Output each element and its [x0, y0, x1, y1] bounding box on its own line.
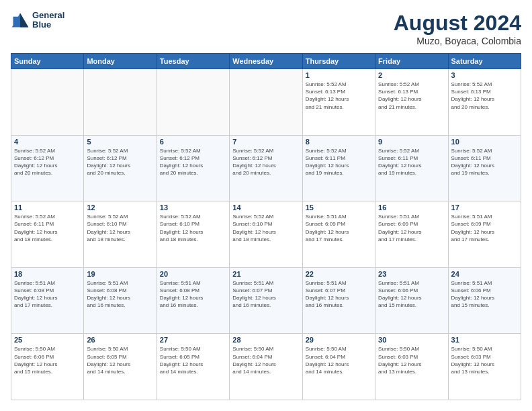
calendar-cell: 7Sunrise: 5:52 AMSunset: 6:12 PMDaylight… — [230, 135, 302, 201]
calendar-cell: 31Sunrise: 5:50 AMSunset: 6:03 PMDayligh… — [448, 334, 521, 400]
logo-line1: General — [32, 11, 64, 20]
calendar-header-thursday: Thursday — [302, 54, 375, 69]
calendar-cell: 13Sunrise: 5:52 AMSunset: 6:10 PMDayligh… — [157, 201, 229, 268]
page: General Blue August 2024 Muzo, Boyaca, C… — [0, 0, 532, 411]
day-info: Sunrise: 5:51 AMSunset: 6:09 PMDaylight:… — [378, 213, 445, 243]
day-number: 14 — [232, 203, 299, 212]
calendar-cell: 16Sunrise: 5:51 AMSunset: 6:09 PMDayligh… — [375, 201, 448, 268]
day-info: Sunrise: 5:50 AMSunset: 6:03 PMDaylight:… — [378, 345, 445, 375]
subtitle: Muzo, Boyaca, Colombia — [394, 36, 521, 46]
day-info: Sunrise: 5:50 AMSunset: 6:04 PMDaylight:… — [232, 345, 299, 375]
day-number: 15 — [306, 203, 372, 212]
calendar-cell — [230, 69, 302, 136]
header: General Blue August 2024 Muzo, Boyaca, C… — [11, 11, 521, 46]
day-number: 6 — [160, 138, 226, 146]
day-info: Sunrise: 5:52 AMSunset: 6:11 PMDaylight:… — [14, 213, 81, 243]
day-info: Sunrise: 5:51 AMSunset: 6:08 PMDaylight:… — [160, 279, 226, 310]
calendar-cell: 23Sunrise: 5:51 AMSunset: 6:06 PMDayligh… — [375, 267, 448, 334]
calendar-header-monday: Monday — [84, 54, 157, 69]
calendar-week-3: 11Sunrise: 5:52 AMSunset: 6:11 PMDayligh… — [11, 201, 521, 268]
day-number: 27 — [160, 336, 226, 344]
day-number: 11 — [14, 203, 81, 212]
logo: General Blue — [11, 11, 64, 30]
day-number: 2 — [378, 71, 445, 79]
day-info: Sunrise: 5:50 AMSunset: 6:05 PMDaylight:… — [87, 345, 153, 375]
day-info: Sunrise: 5:50 AMSunset: 6:04 PMDaylight:… — [306, 345, 372, 375]
calendar-week-1: 1Sunrise: 5:52 AMSunset: 6:13 PMDaylight… — [11, 69, 521, 136]
logo-text: General Blue — [32, 11, 64, 30]
calendar: SundayMondayTuesdayWednesdayThursdayFrid… — [11, 53, 521, 400]
day-info: Sunrise: 5:52 AMSunset: 6:10 PMDaylight:… — [87, 213, 153, 243]
calendar-cell: 24Sunrise: 5:51 AMSunset: 6:06 PMDayligh… — [448, 267, 521, 334]
day-info: Sunrise: 5:52 AMSunset: 6:12 PMDaylight:… — [160, 147, 226, 177]
logo-line2: Blue — [32, 20, 64, 30]
day-info: Sunrise: 5:52 AMSunset: 6:12 PMDaylight:… — [232, 147, 299, 177]
day-info: Sunrise: 5:52 AMSunset: 6:11 PMDaylight:… — [378, 147, 445, 177]
day-number: 30 — [378, 336, 445, 344]
calendar-cell: 1Sunrise: 5:52 AMSunset: 6:13 PMDaylight… — [302, 69, 375, 136]
day-number: 1 — [306, 71, 372, 79]
day-number: 17 — [451, 203, 518, 212]
calendar-header-tuesday: Tuesday — [157, 54, 229, 69]
calendar-cell: 11Sunrise: 5:52 AMSunset: 6:11 PMDayligh… — [11, 201, 84, 268]
calendar-cell: 21Sunrise: 5:51 AMSunset: 6:07 PMDayligh… — [230, 267, 302, 334]
calendar-cell: 6Sunrise: 5:52 AMSunset: 6:12 PMDaylight… — [157, 135, 229, 201]
calendar-week-5: 25Sunrise: 5:50 AMSunset: 6:06 PMDayligh… — [11, 334, 521, 400]
day-number: 23 — [378, 270, 445, 278]
calendar-cell — [11, 69, 84, 136]
day-info: Sunrise: 5:50 AMSunset: 6:05 PMDaylight:… — [160, 345, 226, 375]
calendar-cell: 18Sunrise: 5:51 AMSunset: 6:08 PMDayligh… — [11, 267, 84, 334]
day-number: 25 — [14, 336, 81, 344]
svg-rect-2 — [13, 17, 21, 25]
day-number: 10 — [451, 138, 518, 146]
calendar-cell: 26Sunrise: 5:50 AMSunset: 6:05 PMDayligh… — [84, 334, 157, 400]
day-info: Sunrise: 5:51 AMSunset: 6:06 PMDaylight:… — [451, 279, 518, 310]
calendar-header-sunday: Sunday — [11, 54, 84, 69]
day-number: 5 — [87, 138, 153, 146]
calendar-cell: 17Sunrise: 5:51 AMSunset: 6:09 PMDayligh… — [448, 201, 521, 268]
calendar-header-friday: Friday — [375, 54, 448, 69]
calendar-week-2: 4Sunrise: 5:52 AMSunset: 6:12 PMDaylight… — [11, 135, 521, 201]
day-info: Sunrise: 5:52 AMSunset: 6:12 PMDaylight:… — [14, 147, 81, 177]
day-number: 24 — [451, 270, 518, 278]
calendar-cell: 5Sunrise: 5:52 AMSunset: 6:12 PMDaylight… — [84, 135, 157, 201]
calendar-cell: 30Sunrise: 5:50 AMSunset: 6:03 PMDayligh… — [375, 334, 448, 400]
calendar-cell — [157, 69, 229, 136]
calendar-cell: 14Sunrise: 5:52 AMSunset: 6:10 PMDayligh… — [230, 201, 302, 268]
calendar-cell: 8Sunrise: 5:52 AMSunset: 6:11 PMDaylight… — [302, 135, 375, 201]
calendar-cell: 3Sunrise: 5:52 AMSunset: 6:13 PMDaylight… — [448, 69, 521, 136]
calendar-cell: 2Sunrise: 5:52 AMSunset: 6:13 PMDaylight… — [375, 69, 448, 136]
day-number: 12 — [87, 203, 153, 212]
day-number: 19 — [87, 270, 153, 278]
day-info: Sunrise: 5:52 AMSunset: 6:11 PMDaylight:… — [451, 147, 518, 177]
day-info: Sunrise: 5:52 AMSunset: 6:10 PMDaylight:… — [160, 213, 226, 243]
day-number: 3 — [451, 71, 518, 79]
svg-marker-1 — [20, 13, 28, 28]
calendar-cell: 20Sunrise: 5:51 AMSunset: 6:08 PMDayligh… — [157, 267, 229, 334]
day-number: 7 — [232, 138, 299, 146]
day-info: Sunrise: 5:51 AMSunset: 6:08 PMDaylight:… — [14, 279, 81, 310]
calendar-cell: 25Sunrise: 5:50 AMSunset: 6:06 PMDayligh… — [11, 334, 84, 400]
calendar-cell: 27Sunrise: 5:50 AMSunset: 6:05 PMDayligh… — [157, 334, 229, 400]
day-info: Sunrise: 5:51 AMSunset: 6:09 PMDaylight:… — [451, 213, 518, 243]
calendar-cell: 10Sunrise: 5:52 AMSunset: 6:11 PMDayligh… — [448, 135, 521, 201]
calendar-cell — [84, 69, 157, 136]
day-number: 31 — [451, 336, 518, 344]
calendar-cell: 19Sunrise: 5:51 AMSunset: 6:08 PMDayligh… — [84, 267, 157, 334]
day-info: Sunrise: 5:51 AMSunset: 6:09 PMDaylight:… — [306, 213, 372, 243]
day-number: 21 — [232, 270, 299, 278]
calendar-cell: 22Sunrise: 5:51 AMSunset: 6:07 PMDayligh… — [302, 267, 375, 334]
day-info: Sunrise: 5:52 AMSunset: 6:13 PMDaylight:… — [451, 81, 518, 111]
calendar-cell: 12Sunrise: 5:52 AMSunset: 6:10 PMDayligh… — [84, 201, 157, 268]
title-block: August 2024 Muzo, Boyaca, Colombia — [394, 11, 521, 46]
day-info: Sunrise: 5:52 AMSunset: 6:11 PMDaylight:… — [306, 147, 372, 177]
day-number: 8 — [306, 138, 372, 146]
day-info: Sunrise: 5:52 AMSunset: 6:13 PMDaylight:… — [378, 81, 445, 111]
main-title: August 2024 — [394, 11, 521, 36]
day-number: 16 — [378, 203, 445, 212]
day-number: 22 — [306, 270, 372, 278]
day-info: Sunrise: 5:51 AMSunset: 6:07 PMDaylight:… — [232, 279, 299, 310]
calendar-header-row: SundayMondayTuesdayWednesdayThursdayFrid… — [11, 54, 521, 69]
day-info: Sunrise: 5:50 AMSunset: 6:06 PMDaylight:… — [14, 345, 81, 375]
day-info: Sunrise: 5:52 AMSunset: 6:10 PMDaylight:… — [232, 213, 299, 243]
